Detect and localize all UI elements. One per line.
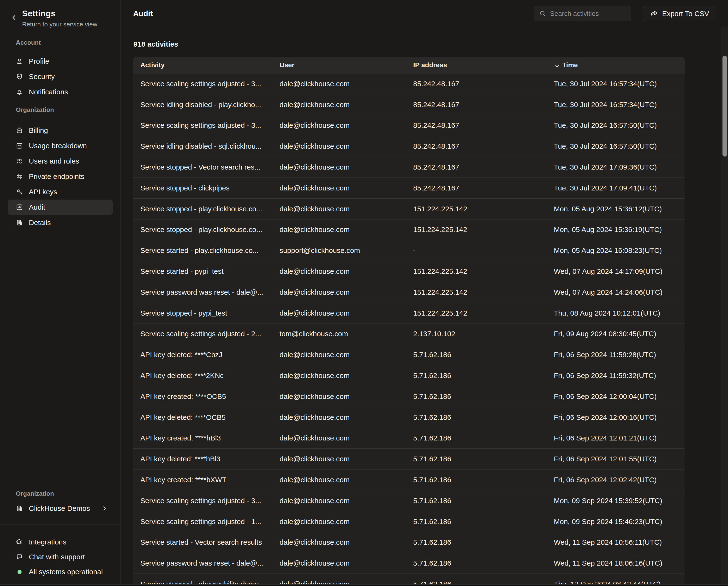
table-row[interactable]: Service password was reset - dale@... da… [133,553,684,573]
cell-activity: API key created: ****OCB5 [133,392,280,400]
search-input[interactable] [550,10,622,18]
user-icon [16,58,23,65]
table-row[interactable]: API key created: ****bXWT dale@clickhous… [133,469,684,490]
cell-ip-address: 5.71.62.186 [413,434,554,442]
cell-user: tom@clickhouse.com [280,330,413,338]
account-nav: Profile Security Notifications [0,53,121,100]
column-header-user[interactable]: User [280,61,413,69]
cell-ip-address: 5.71.62.186 [413,580,554,584]
sidebar-item-api-keys[interactable]: API keys [8,184,113,200]
cell-time: Wed, 11 Sep 2024 18:06:16(UTC) [554,559,684,567]
sort-descending-arrow-icon [554,62,560,69]
chat-bubble-icon [16,553,23,561]
cell-ip-address: 5.71.62.186 [413,455,554,463]
table-row[interactable]: API key deleted: ****OCB5 dale@clickhous… [133,407,684,428]
sidebar-item-integrations[interactable]: Integrations [8,535,113,550]
table-row[interactable]: Service stopped - Vector search res... d… [133,156,684,177]
cell-activity: Service password was reset - dale@... [133,559,280,567]
cell-activity: API key created: ****hBl3 [133,434,280,442]
table-row[interactable]: Service scaling settings adjusted - 2...… [133,323,684,344]
window-bottom-edge [0,584,728,586]
table-row[interactable]: Service stopped - clickpipes dale@clickh… [133,177,684,198]
cell-activity: Service started - Vector search results [133,538,280,546]
table-row[interactable]: Service stopped - play.clickhouse.co... … [133,198,684,219]
cell-user: dale@clickhouse.com [280,580,413,584]
cell-ip-address: 85.242.48.167 [413,142,554,150]
table-row[interactable]: API key deleted: ****hBl3 dale@clickhous… [133,448,684,469]
cell-ip-address: 5.71.62.186 [413,413,554,421]
system-status[interactable]: All systems operational [8,564,113,579]
cell-user: dale@clickhouse.com [280,476,413,484]
column-header-ip-address[interactable]: IP address [413,61,554,69]
sidebar-item-users-and-roles[interactable]: Users and roles [8,153,113,169]
cell-time: Fri, 06 Sep 2024 12:00:16(UTC) [554,413,684,421]
cell-activity: API key deleted: ****OCB5 [133,413,280,421]
column-header-time[interactable]: Time [554,61,684,69]
table-row[interactable]: Service started - pypi_test dale@clickho… [133,261,684,282]
cell-time: Fri, 06 Sep 2024 12:01:55(UTC) [554,455,684,463]
cell-ip-address: 2.137.10.102 [413,330,554,338]
cell-ip-address: 5.71.62.186 [413,476,554,484]
table-row[interactable]: Service idling disabled - sql.clickhou..… [133,136,684,156]
clickhouse-settings-audit-page: Settings Return to your service view Acc… [0,0,728,586]
export-arrow-icon [650,9,658,18]
table-row[interactable]: Service stopped - observability-demo dal… [133,573,684,584]
table-row[interactable]: Service scaling settings adjusted - 3...… [133,490,684,511]
table-row[interactable]: Service scaling settings adjusted - 3...… [133,115,684,136]
cell-activity: API key deleted: ****2KNc [133,371,280,380]
sidebar-item-security[interactable]: Security [8,69,113,84]
cell-time: Thu, 08 Aug 2024 10:12:01(UTC) [554,309,684,317]
table-row[interactable]: API key deleted: ****CbzJ dale@clickhous… [133,344,684,365]
sidebar-item-billing[interactable]: Billing [8,123,113,138]
building-icon [16,219,23,226]
swap-arrows-icon [16,173,23,180]
cell-ip-address: 5.71.62.186 [413,371,554,380]
sidebar-item-usage-breakdown[interactable]: Usage breakdown [8,138,113,153]
table-row[interactable]: Service started - Vector search results … [133,532,684,553]
search-activities-box[interactable] [534,6,631,21]
cell-activity: Service idling disabled - sql.clickhou..… [133,142,280,150]
return-to-service-link[interactable]: Return to your service view [22,21,98,28]
cell-activity: Service scaling settings adjusted - 3... [133,80,280,88]
sidebar-item-audit[interactable]: Audit [8,200,113,215]
table-row[interactable]: Service scaling settings adjusted - 3...… [133,73,684,94]
billing-icon [16,127,23,134]
sidebar-item-profile[interactable]: Profile [8,53,113,69]
sidebar-item-details[interactable]: Details [8,215,113,230]
building-icon [16,505,23,512]
table-row[interactable]: Service scaling settings adjusted - 1...… [133,511,684,532]
cell-time: Mon, 09 Sep 2024 15:46:23(UTC) [554,517,684,526]
organization-switcher[interactable]: ClickHouse Demos [8,501,113,516]
cell-ip-address: 5.71.62.186 [413,559,554,567]
table-row[interactable]: Service stopped - pypi_test dale@clickho… [133,302,684,323]
cell-time: Tue, 30 Jul 2024 16:57:34(UTC) [554,80,684,88]
table-row[interactable]: Service idling disabled - play.clickho..… [133,94,684,115]
sidebar-item-chat-with-support[interactable]: Chat with support [8,550,113,564]
cell-time: Fri, 06 Sep 2024 12:01:21(UTC) [554,434,684,442]
cell-user: dale@clickhouse.com [280,559,413,567]
scrollbar-track[interactable] [722,27,728,584]
export-to-csv-button[interactable]: Export To CSV [643,6,716,21]
cell-activity: Service password was reset - dale@... [133,288,280,296]
table-row[interactable]: API key created: ****hBl3 dale@clickhous… [133,428,684,449]
cell-activity: Service stopped - pypi_test [133,309,280,317]
table-row[interactable]: Service password was reset - dale@... da… [133,282,684,302]
scrollbar-thumb[interactable] [723,56,727,156]
table-row[interactable]: Service started - play.clickhouse.co... … [133,240,684,261]
sidebar-item-private-endpoints[interactable]: Private endpoints [8,169,113,184]
column-header-activity[interactable]: Activity [133,61,280,69]
cell-user: dale@clickhouse.com [280,101,413,109]
cell-time: Mon, 05 Aug 2024 16:08:23(UTC) [554,246,684,254]
sidebar-item-notifications[interactable]: Notifications [8,84,113,100]
table-row[interactable]: API key created: ****OCB5 dale@clickhous… [133,386,684,407]
puzzle-icon [16,538,23,546]
cell-ip-address: 5.71.62.186 [413,517,554,526]
audit-table: Activity User IP address Time Service sc… [133,57,684,584]
cell-user: dale@clickhouse.com [280,163,413,171]
cell-ip-address: 151.224.225.142 [413,309,554,317]
cell-time: Wed, 07 Aug 2024 14:17:09(UTC) [554,267,684,275]
back-chevron-icon[interactable] [10,14,18,21]
cell-user: dale@clickhouse.com [280,309,413,317]
table-row[interactable]: API key deleted: ****2KNc dale@clickhous… [133,365,684,386]
table-row[interactable]: Service stopped - play.clickhouse.co... … [133,219,684,240]
